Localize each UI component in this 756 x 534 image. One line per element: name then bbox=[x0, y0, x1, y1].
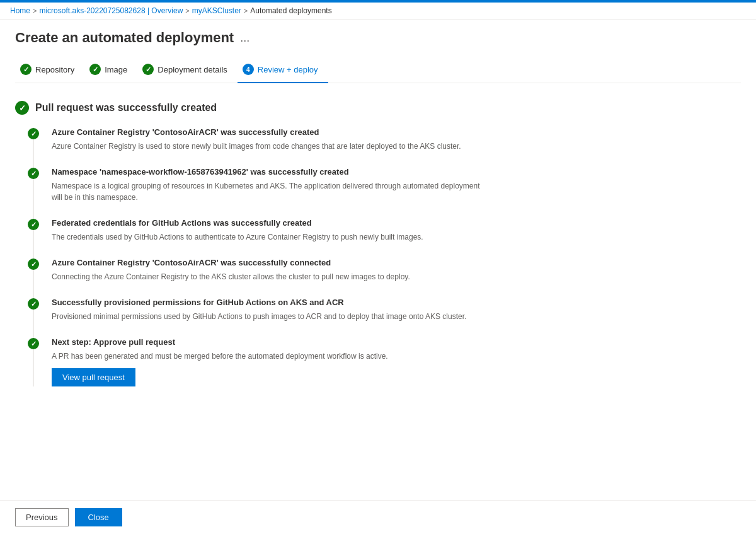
page-title: Create an automated deployment bbox=[15, 30, 234, 46]
timeline-dot-4: ✓ bbox=[28, 298, 39, 310]
timeline-desc-1: Namespace is a logical grouping of resou… bbox=[52, 180, 480, 203]
step-review-label: Review + deploy bbox=[258, 65, 318, 74]
step-repository[interactable]: ✓ Repository bbox=[15, 59, 84, 83]
step-review-deploy[interactable]: 4 Review + deploy bbox=[238, 59, 328, 83]
page-title-row: Create an automated deployment ... bbox=[15, 30, 741, 46]
breadcrumb-cluster[interactable]: myAKSCluster bbox=[192, 6, 241, 15]
check-circle-image: ✓ bbox=[89, 64, 101, 75]
step-repository-label: Repository bbox=[35, 65, 74, 74]
timeline-desc-4: Provisioned minimal permissions used by … bbox=[52, 311, 480, 322]
step-deployment-label: Deployment details bbox=[158, 65, 227, 74]
timeline-title-0: Azure Container Registry 'ContosoAirACR'… bbox=[52, 127, 741, 137]
timeline-desc-2: The credentials used by GitHub Actions t… bbox=[52, 231, 480, 243]
timeline: ✓ Azure Container Registry 'ContosoAirAC… bbox=[33, 127, 741, 386]
close-button[interactable]: Close bbox=[75, 508, 122, 526]
timeline-item-5: ✓ Next step: Approve pull request A PR h… bbox=[34, 337, 741, 386]
step-image-label: Image bbox=[105, 65, 127, 74]
breadcrumb-sep-1: > bbox=[33, 7, 37, 15]
timeline-desc-3: Connecting the Azure Container Registry … bbox=[52, 271, 480, 282]
active-circle-review: 4 bbox=[243, 64, 254, 75]
previous-button[interactable]: Previous bbox=[15, 508, 69, 526]
timeline-desc-0: Azure Container Registry is used to stor… bbox=[52, 141, 480, 152]
footer: Previous Close bbox=[0, 500, 756, 534]
timeline-dot-2: ✓ bbox=[28, 219, 39, 230]
section-title: Pull request was successfully created bbox=[35, 102, 217, 113]
check-circle-deployment: ✓ bbox=[142, 64, 154, 75]
timeline-title-2: Federated credentials for GitHub Actions… bbox=[52, 218, 741, 228]
breadcrumb: Home > microsoft.aks-20220725082628 | Ov… bbox=[0, 3, 756, 20]
timeline-dot-0: ✓ bbox=[28, 128, 39, 139]
timeline-title-3: Azure Container Registry 'ContosoAirACR'… bbox=[52, 258, 741, 267]
timeline-title-5: Next step: Approve pull request bbox=[52, 337, 741, 347]
step-deployment-icon: ✓ bbox=[142, 64, 154, 75]
section-check-icon: ✓ bbox=[15, 101, 29, 115]
timeline-title-4: Successfully provisioned permissions for… bbox=[52, 298, 741, 307]
timeline-item-2: ✓ Federated credentials for GitHub Actio… bbox=[34, 218, 741, 243]
timeline-item-1: ✓ Namespace 'namespace-workflow-16587639… bbox=[34, 167, 741, 203]
page-title-menu[interactable]: ... bbox=[240, 32, 249, 45]
main-content: Create an automated deployment ... ✓ Rep… bbox=[0, 20, 756, 500]
timeline-dot-3: ✓ bbox=[28, 258, 39, 270]
timeline-title-1: Namespace 'namespace-workflow-1658763941… bbox=[52, 167, 741, 177]
step-image-icon: ✓ bbox=[89, 64, 101, 75]
step-deployment-details[interactable]: ✓ Deployment details bbox=[137, 59, 238, 83]
check-circle-repository: ✓ bbox=[20, 64, 32, 75]
view-pull-request-button[interactable]: View pull request bbox=[52, 368, 135, 386]
timeline-item-3: ✓ Azure Container Registry 'ContosoAirAC… bbox=[34, 258, 741, 282]
wizard-steps: ✓ Repository ✓ Image ✓ Deployment detail… bbox=[15, 59, 741, 83]
breadcrumb-sep-2: > bbox=[185, 7, 189, 15]
breadcrumb-home[interactable]: Home bbox=[10, 6, 30, 15]
step-repository-icon: ✓ bbox=[20, 64, 32, 75]
timeline-item-0: ✓ Azure Container Registry 'ContosoAirAC… bbox=[34, 127, 741, 152]
timeline-dot-1: ✓ bbox=[28, 168, 39, 179]
breadcrumb-resource[interactable]: microsoft.aks-20220725082628 | Overview bbox=[39, 6, 183, 15]
section-header: ✓ Pull request was successfully created bbox=[15, 101, 741, 115]
timeline-dot-5: ✓ bbox=[28, 338, 39, 349]
step-review-icon: 4 bbox=[243, 64, 254, 75]
timeline-desc-5: A PR has been generated and must be merg… bbox=[52, 351, 480, 362]
step-image[interactable]: ✓ Image bbox=[84, 59, 137, 83]
breadcrumb-current: Automated deployments bbox=[250, 6, 331, 15]
timeline-item-4: ✓ Successfully provisioned permissions f… bbox=[34, 298, 741, 322]
breadcrumb-sep-3: > bbox=[244, 7, 248, 15]
